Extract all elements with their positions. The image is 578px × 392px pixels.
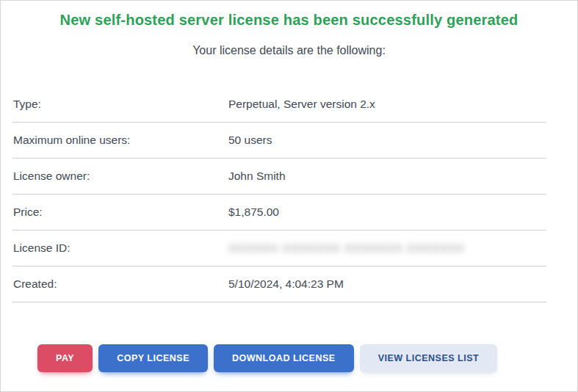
table-row-license-owner: License owner: John Smith (12, 159, 546, 195)
row-value: 50 users (228, 134, 272, 147)
row-value: Perpetual, Server version 2.x (228, 98, 375, 111)
page-subtitle: Your license details are the following: (1, 44, 577, 57)
table-row-created: Created: 5/10/2024, 4:04:23 PM (12, 266, 546, 302)
row-label: Price: (12, 206, 228, 219)
download-license-button[interactable]: DOWNLOAD LICENSE (214, 344, 354, 372)
row-label: Created: (12, 277, 228, 291)
page-title: New self-hosted server license has been … (1, 12, 577, 29)
table-row-max-users: Maximum online users: 50 users (12, 123, 546, 159)
action-buttons-bar: PAY COPY LICENSE DOWNLOAD LICENSE VIEW L… (37, 344, 577, 372)
pay-button[interactable]: PAY (37, 344, 93, 372)
row-label: Type: (12, 98, 228, 111)
license-generated-page: New self-hosted server license has been … (0, 0, 578, 392)
copy-license-button[interactable]: COPY LICENSE (98, 344, 208, 372)
license-details-table: Type: Perpetual, Server version 2.x Maxi… (12, 87, 546, 302)
view-licenses-list-button[interactable]: VIEW LICENSES LIST (360, 344, 498, 372)
row-value: $1,875.00 (228, 206, 279, 219)
table-row-price: Price: $1,875.00 (12, 195, 546, 231)
row-value: 5/10/2024, 4:04:23 PM (228, 277, 344, 291)
table-row-type: Type: Perpetual, Server version 2.x (12, 87, 546, 123)
row-value-masked: XXXXXX XXXXXXX XXXXXXX XXXXXXX (228, 242, 465, 255)
row-value: John Smith (228, 170, 286, 183)
row-label: Maximum online users: (12, 134, 228, 147)
row-label: License ID: (12, 242, 228, 255)
row-label: License owner: (12, 170, 228, 183)
table-row-license-id: License ID: XXXXXX XXXXXXX XXXXXXX XXXXX… (12, 231, 546, 266)
